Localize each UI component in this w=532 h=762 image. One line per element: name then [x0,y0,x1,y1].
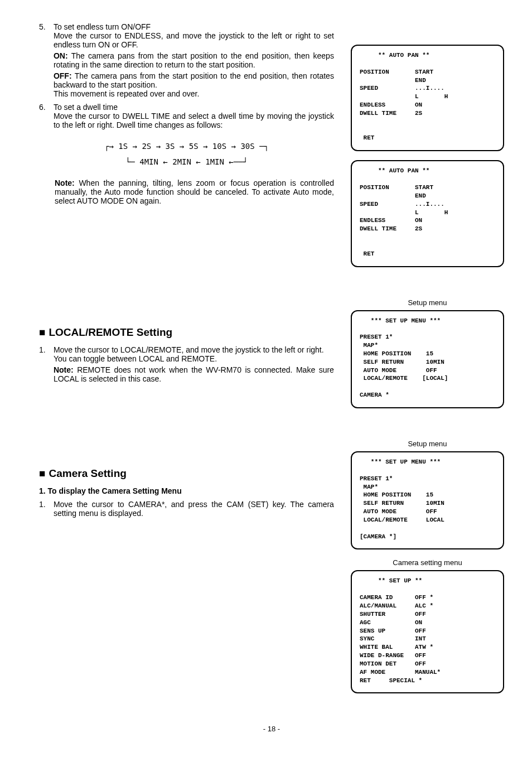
osd-auto-pan-2: ** AUTO PAN ** POSITION START END SPEED … [351,160,504,267]
item-text: Move the cursor to DWELL TIME and select… [54,112,334,129]
item-text: Move the cursor to ENDLESS, and move the… [54,31,334,49]
note-text: REMOTE does not work when the WV-RM70 is… [54,365,334,383]
off-line: OFF: The camera pans from the start posi… [54,71,334,98]
heading-camera-setting: Camera Setting [39,467,334,480]
page-number: - 18 - [39,725,504,733]
note-label: Note: [55,179,75,187]
dwell-time-chain: ┌→ 1S → 2S → 3S → 5S → 10S → 30S ─┐ └─ 4… [39,138,334,170]
item-5: 5. To set endless turn ON/OFF Move the c… [39,22,334,98]
note-text: When the panning, tilting, lens zoom or … [55,179,334,205]
caption-setup-menu: Setup menu [351,298,504,307]
item-num: 1. [39,345,51,354]
item-num: 5. [39,22,51,31]
on-text: The camera pans from the start position … [54,51,334,69]
off-label: OFF: [54,71,72,80]
local-p2: You can toggle between LOCAL and REMOTE. [54,354,217,363]
chain-line2: └─ 4MIN ← 2MIN ← 1MIN ←──┘ [39,154,334,170]
camera-item-1: 1. Move the cursor to CAMERA*, and press… [39,500,334,518]
camera-p1: Move the cursor to CAMERA*, and press th… [54,500,334,518]
chain-line1: ┌→ 1S → 2S → 3S → 5S → 10S → 30S ─┐ [39,138,334,154]
subhead-display-camera-menu: 1. To display the Camera Setting Menu [39,486,334,495]
osd-setup-menu-2: *** SET UP MENU *** PRESET 1* MAP* HOME … [351,451,504,549]
osd-auto-pan-1: ** AUTO PAN ** POSITION START END SPEED … [351,45,504,151]
item-title: To set a dwell time [54,103,118,112]
item-num: 1. [39,500,51,509]
osd-camera-setting: ** SET UP ** CAMERA ID OFF * ALC/MANUAL … [351,570,504,693]
off-text2: This movement is repeated over and over. [54,89,199,98]
item-num: 6. [39,103,51,112]
local-item-1: 1. Move the cursor to LOCAL/REMOTE, and … [39,345,334,383]
caption-setup-menu-2: Setup menu [351,440,504,448]
heading-local-remote: LOCAL/REMOTE Setting [39,326,334,339]
note-block: Note: When the panning, tilting, lens zo… [55,179,334,205]
caption-camera-setting-menu: Camera setting menu [351,558,504,567]
local-note: Note: REMOTE does not work when the WV-R… [54,365,334,383]
item-title: To set endless turn ON/OFF [54,22,151,31]
on-line: ON: The camera pans from the start posit… [54,51,334,69]
on-label: ON: [54,51,68,60]
note-label: Note: [54,365,74,374]
local-p1: Move the cursor to LOCAL/REMOTE, and mov… [54,345,324,354]
item-6: 6. To set a dwell time Move the cursor t… [39,103,334,129]
osd-setup-menu-1: *** SET UP MENU *** PRESET 1* MAP* HOME … [351,310,504,408]
off-text: The camera pans from the start position … [54,71,334,89]
